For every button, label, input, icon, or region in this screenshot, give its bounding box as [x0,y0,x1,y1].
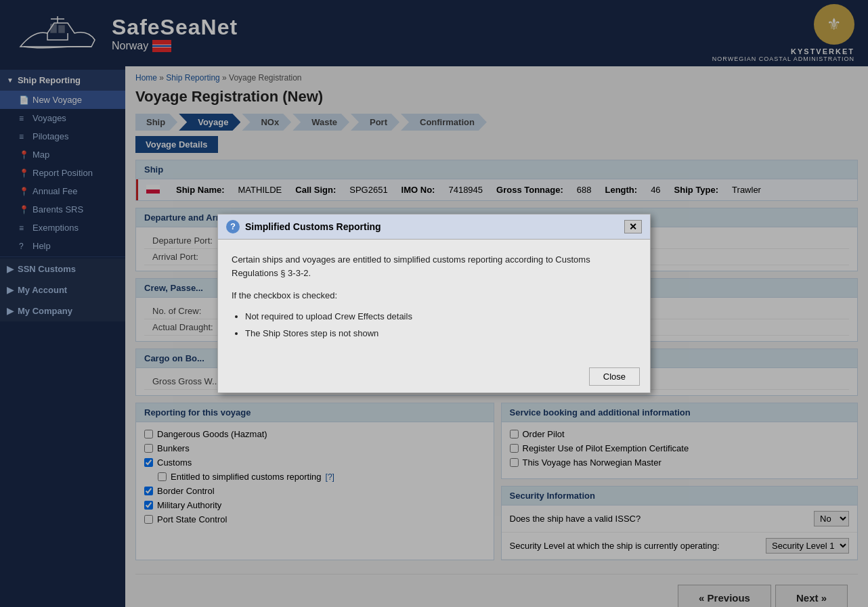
info-circle-icon: ? [226,220,240,233]
modal-bullet-1: Not required to upload Crew Effects deta… [245,310,636,324]
modal-bullet-list: Not required to upload Crew Effects deta… [245,310,636,341]
modal-dialog: ? Simplified Customs Reporting ✕ Certain… [217,214,651,394]
modal-close-button[interactable]: Close [589,367,640,386]
modal-body-intro: Certain ships and voyages are entitled t… [232,253,636,282]
modal-header-left: ? Simplified Customs Reporting [226,220,381,233]
modal-footer: Close [218,361,650,392]
modal-overlay[interactable]: ? Simplified Customs Reporting ✕ Certain… [0,0,868,607]
modal-close-x-button[interactable]: ✕ [624,220,642,233]
modal-body-condition: If the checkbox is checked: [232,289,636,303]
modal-header: ? Simplified Customs Reporting ✕ [218,215,650,240]
modal-body: Certain ships and voyages are entitled t… [218,240,650,361]
modal-title: Simplified Customs Reporting [245,221,381,232]
modal-bullet-2: The Ship Stores step is not shown [245,327,636,341]
